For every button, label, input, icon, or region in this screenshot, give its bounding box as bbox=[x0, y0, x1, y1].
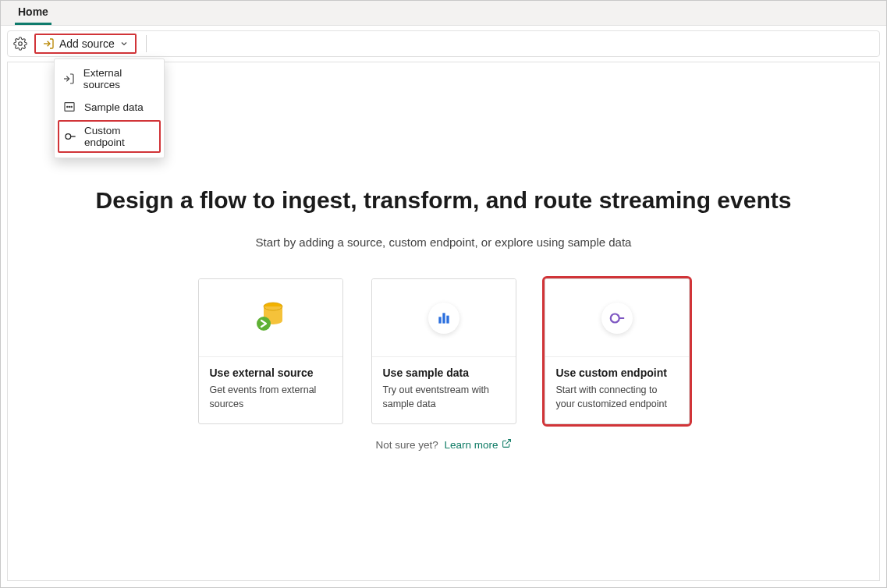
card-desc: Get events from external sources bbox=[210, 384, 332, 411]
card-icon-area bbox=[199, 279, 342, 357]
card-use-sample-data[interactable]: Use sample data Try out eventstream with… bbox=[371, 278, 516, 424]
endpoint-icon bbox=[64, 129, 76, 143]
data-grid-icon bbox=[62, 100, 76, 114]
tab-home[interactable]: Home bbox=[15, 1, 51, 25]
svg-line-17 bbox=[506, 440, 510, 445]
card-use-custom-endpoint[interactable]: Use custom endpoint Start with connectin… bbox=[545, 278, 690, 424]
database-arrow-icon bbox=[250, 296, 292, 340]
card-icon-area bbox=[372, 279, 516, 357]
menu-item-label: Sample data bbox=[84, 101, 144, 113]
menu-item-custom-endpoint[interactable]: Custom endpoint bbox=[58, 120, 161, 153]
toolbar-divider bbox=[146, 35, 147, 52]
svg-point-11 bbox=[257, 317, 271, 331]
menu-item-external-sources[interactable]: External sources bbox=[55, 62, 164, 95]
tab-strip: Home bbox=[1, 1, 886, 26]
toolbar-container: Add source bbox=[1, 26, 886, 62]
card-body: Use external source Get events from exte… bbox=[199, 357, 342, 423]
svg-rect-13 bbox=[442, 313, 445, 323]
svg-rect-14 bbox=[446, 315, 449, 323]
svg-point-7 bbox=[66, 134, 71, 140]
svg-point-4 bbox=[67, 106, 68, 107]
chevron-down-icon bbox=[119, 39, 129, 48]
external-link-icon bbox=[502, 438, 512, 451]
card-body: Use sample data Try out eventstream with… bbox=[372, 357, 516, 423]
bar-chart-icon bbox=[428, 303, 459, 334]
add-source-button[interactable]: Add source bbox=[34, 34, 137, 54]
page-subhead: Start by adding a source, custom endpoin… bbox=[8, 236, 879, 249]
card-use-external-source[interactable]: Use external source Get events from exte… bbox=[198, 278, 343, 424]
learn-more-label: Learn more bbox=[445, 439, 498, 451]
endpoint-circle-icon bbox=[601, 303, 633, 334]
learn-more-link[interactable]: Learn more bbox=[445, 438, 512, 451]
arrow-in-icon bbox=[62, 72, 76, 86]
svg-point-6 bbox=[71, 106, 72, 107]
card-body: Use custom endpoint Start with connectin… bbox=[545, 357, 689, 423]
cards-row: Use external source Get events from exte… bbox=[8, 278, 879, 424]
add-source-icon bbox=[42, 37, 55, 50]
toolbar: Add source bbox=[7, 30, 880, 57]
learn-more-prompt: Not sure yet? bbox=[375, 439, 438, 451]
card-desc: Start with connecting to your customized… bbox=[556, 384, 678, 411]
learn-more-row: Not sure yet? Learn more bbox=[8, 438, 879, 451]
card-title: Use sample data bbox=[383, 367, 505, 379]
card-desc: Try out eventstream with sample data bbox=[383, 384, 505, 411]
svg-point-0 bbox=[19, 42, 23, 46]
card-title: Use custom endpoint bbox=[556, 367, 678, 379]
card-title: Use external source bbox=[210, 367, 332, 379]
menu-item-label: External sources bbox=[83, 67, 156, 90]
svg-point-5 bbox=[69, 106, 69, 107]
menu-item-sample-data[interactable]: Sample data bbox=[55, 95, 164, 119]
page-headline: Design a flow to ingest, transform, and … bbox=[8, 187, 879, 214]
svg-rect-12 bbox=[438, 317, 441, 323]
settings-gear-icon[interactable] bbox=[12, 36, 28, 51]
menu-item-label: Custom endpoint bbox=[84, 125, 154, 148]
add-source-label: Add source bbox=[59, 37, 115, 50]
card-icon-area bbox=[545, 279, 689, 357]
svg-point-15 bbox=[610, 313, 619, 322]
add-source-dropdown: External sources Sample data Custom en bbox=[54, 58, 165, 158]
